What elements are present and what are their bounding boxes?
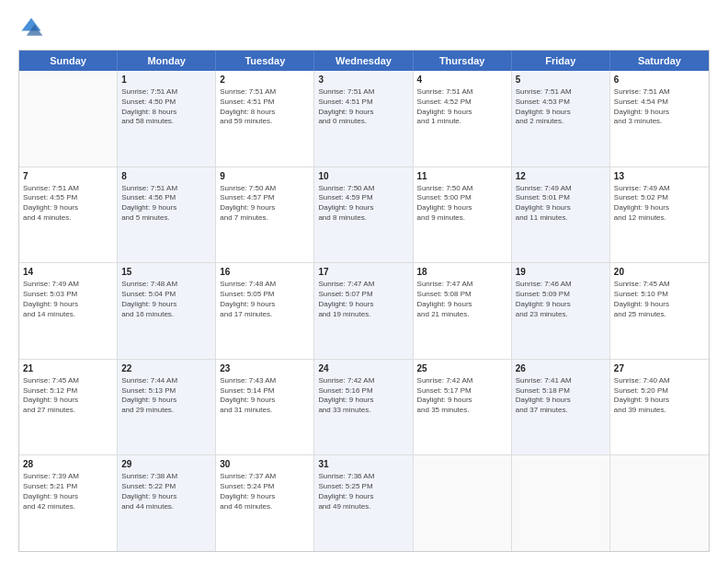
cell-info-line: Daylight: 9 hours: [23, 203, 113, 213]
cell-info-line: and 1 minute.: [417, 117, 507, 127]
cell-info-line: and 14 minutes.: [23, 310, 113, 320]
day-number: 24: [318, 362, 408, 375]
cell-info-line: Sunset: 5:03 PM: [23, 290, 113, 300]
cell-info-line: Sunset: 4:59 PM: [318, 193, 408, 203]
day-number: 12: [516, 170, 606, 183]
cell-info-line: and 4 minutes.: [23, 213, 113, 224]
cell-info-line: and 2 minutes.: [516, 117, 606, 127]
day-number: 17: [318, 266, 408, 279]
day-number: 26: [516, 362, 606, 375]
calendar-day-23: 23Sunrise: 7:43 AMSunset: 5:14 PMDayligh…: [216, 360, 314, 455]
cell-info-line: Daylight: 9 hours: [318, 492, 408, 502]
header-day-saturday: Saturday: [610, 51, 709, 71]
cell-info-line: Daylight: 9 hours: [318, 203, 408, 213]
day-number: 28: [23, 458, 113, 471]
cell-info-line: and 37 minutes.: [516, 406, 606, 416]
calendar-day-8: 8Sunrise: 7:51 AMSunset: 4:56 PMDaylight…: [118, 167, 216, 263]
cell-info-line: Sunrise: 7:49 AM: [516, 184, 606, 194]
cell-info-line: Sunrise: 7:51 AM: [614, 87, 705, 98]
cell-info-line: Daylight: 9 hours: [614, 300, 705, 310]
cell-info-line: Sunrise: 7:51 AM: [23, 184, 113, 194]
cell-info-line: Daylight: 9 hours: [614, 203, 705, 213]
calendar-empty-cell: [512, 455, 610, 551]
calendar-day-29: 29Sunrise: 7:38 AMSunset: 5:22 PMDayligh…: [118, 455, 216, 551]
cell-info-line: Sunset: 5:17 PM: [417, 386, 507, 396]
cell-info-line: Daylight: 8 hours: [220, 108, 310, 118]
cell-info-line: Sunrise: 7:51 AM: [220, 87, 310, 98]
day-number: 4: [417, 74, 507, 86]
calendar-day-16: 16Sunrise: 7:48 AMSunset: 5:05 PMDayligh…: [216, 263, 314, 359]
cell-info-line: Sunrise: 7:51 AM: [121, 184, 211, 194]
day-number: 18: [417, 266, 507, 279]
calendar-week-1: 1Sunrise: 7:51 AMSunset: 4:50 PMDaylight…: [19, 71, 709, 167]
calendar-day-1: 1Sunrise: 7:51 AMSunset: 4:50 PMDaylight…: [118, 71, 216, 167]
cell-info-line: and 27 minutes.: [23, 406, 113, 416]
cell-info-line: Sunset: 5:12 PM: [23, 386, 113, 396]
cell-info-line: Sunset: 5:02 PM: [614, 193, 705, 203]
calendar-day-26: 26Sunrise: 7:41 AMSunset: 5:18 PMDayligh…: [512, 360, 610, 455]
cell-info-line: Daylight: 9 hours: [516, 396, 606, 406]
cell-info-line: Sunrise: 7:40 AM: [614, 376, 705, 386]
cell-info-line: Daylight: 9 hours: [121, 300, 211, 310]
cell-info-line: Sunset: 5:18 PM: [516, 386, 606, 396]
cell-info-line: Sunrise: 7:47 AM: [417, 280, 507, 290]
calendar-day-20: 20Sunrise: 7:45 AMSunset: 5:10 PMDayligh…: [610, 263, 709, 359]
cell-info-line: Sunrise: 7:51 AM: [121, 87, 211, 98]
cell-info-line: Sunrise: 7:45 AM: [614, 280, 705, 290]
calendar-day-19: 19Sunrise: 7:46 AMSunset: 5:09 PMDayligh…: [512, 263, 610, 359]
cell-info-line: and 11 minutes.: [516, 213, 606, 224]
calendar-day-22: 22Sunrise: 7:44 AMSunset: 5:13 PMDayligh…: [118, 360, 216, 455]
cell-info-line: Sunset: 4:56 PM: [121, 193, 211, 203]
cell-info-line: Daylight: 9 hours: [318, 300, 408, 310]
cell-info-line: Daylight: 9 hours: [220, 396, 310, 406]
day-number: 7: [23, 170, 113, 183]
day-number: 23: [220, 362, 310, 375]
day-number: 27: [614, 362, 705, 375]
cell-info-line: Sunrise: 7:42 AM: [318, 376, 408, 386]
header-day-sunday: Sunday: [19, 51, 118, 71]
cell-info-line: and 25 minutes.: [614, 310, 705, 320]
header-day-tuesday: Tuesday: [216, 51, 314, 71]
cell-info-line: and 21 minutes.: [417, 310, 507, 320]
day-number: 11: [417, 170, 507, 183]
cell-info-line: Sunrise: 7:49 AM: [23, 280, 113, 290]
cell-info-line: Sunset: 4:51 PM: [318, 98, 408, 108]
calendar-day-21: 21Sunrise: 7:45 AMSunset: 5:12 PMDayligh…: [19, 360, 118, 455]
cell-info-line: Sunrise: 7:50 AM: [417, 184, 507, 194]
cell-info-line: Sunrise: 7:43 AM: [220, 376, 310, 386]
cell-info-line: Sunrise: 7:48 AM: [220, 280, 310, 290]
cell-info-line: Daylight: 9 hours: [23, 492, 113, 502]
day-number: 20: [614, 266, 705, 279]
calendar-day-13: 13Sunrise: 7:49 AMSunset: 5:02 PMDayligh…: [610, 167, 709, 263]
cell-info-line: and 49 minutes.: [318, 502, 408, 512]
calendar-day-14: 14Sunrise: 7:49 AMSunset: 5:03 PMDayligh…: [19, 263, 118, 359]
calendar-day-4: 4Sunrise: 7:51 AMSunset: 4:52 PMDaylight…: [414, 71, 512, 167]
calendar-day-6: 6Sunrise: 7:51 AMSunset: 4:54 PMDaylight…: [610, 71, 709, 167]
cell-info-line: Daylight: 9 hours: [516, 108, 606, 118]
day-number: 30: [220, 458, 310, 471]
cell-info-line: Daylight: 9 hours: [417, 300, 507, 310]
cell-info-line: and 8 minutes.: [318, 213, 408, 224]
cell-info-line: Sunset: 5:01 PM: [516, 193, 606, 203]
cell-info-line: and 16 minutes.: [121, 310, 211, 320]
cell-info-line: Sunset: 5:13 PM: [121, 386, 211, 396]
cell-info-line: and 23 minutes.: [516, 310, 606, 320]
cell-info-line: and 39 minutes.: [614, 406, 705, 416]
day-number: 1: [121, 74, 211, 86]
calendar-week-2: 7Sunrise: 7:51 AMSunset: 4:55 PMDaylight…: [19, 167, 709, 264]
cell-info-line: and 44 minutes.: [121, 502, 211, 512]
header-day-friday: Friday: [512, 51, 610, 71]
calendar-day-17: 17Sunrise: 7:47 AMSunset: 5:07 PMDayligh…: [314, 263, 413, 359]
logo-icon: [18, 15, 44, 40]
cell-info-line: Sunset: 5:08 PM: [417, 290, 507, 300]
calendar: SundayMondayTuesdayWednesdayThursdayFrid…: [18, 50, 710, 552]
cell-info-line: and 17 minutes.: [220, 310, 310, 320]
cell-info-line: Sunrise: 7:36 AM: [318, 472, 408, 482]
cell-info-line: Sunset: 4:51 PM: [220, 98, 310, 108]
cell-info-line: Sunset: 5:16 PM: [318, 386, 408, 396]
cell-info-line: Daylight: 9 hours: [614, 396, 705, 406]
cell-info-line: Daylight: 9 hours: [614, 108, 705, 118]
calendar-day-9: 9Sunrise: 7:50 AMSunset: 4:57 PMDaylight…: [216, 167, 314, 263]
calendar-empty-cell: [414, 455, 512, 551]
header-day-wednesday: Wednesday: [314, 51, 413, 71]
